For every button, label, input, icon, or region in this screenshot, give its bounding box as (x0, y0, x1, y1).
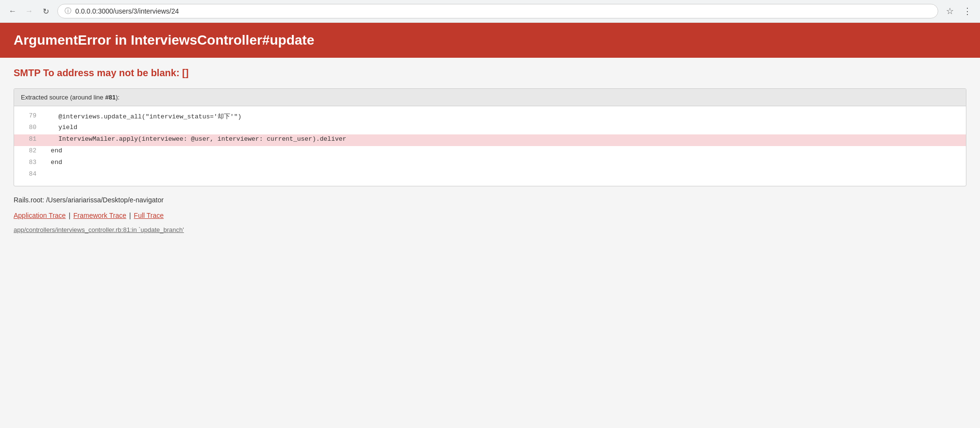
trace-links: Application Trace|Framework Trace|Full T… (14, 212, 966, 219)
line-content: end (43, 146, 966, 158)
source-code: 79 @interviews.update_all("interview_sta… (14, 106, 966, 186)
error-page: ArgumentError in InterviewsController#up… (0, 23, 980, 426)
trace-separator-2: | (129, 212, 131, 219)
address-bar-container: ⓘ (57, 4, 938, 18)
framework-trace-link[interactable]: Framework Trace (73, 212, 126, 219)
source-label-end: ): (116, 94, 119, 101)
line-content: yield (43, 123, 966, 134)
bookmark-button[interactable]: ☆ (943, 4, 957, 18)
code-line: 80 yield (14, 123, 966, 134)
code-line: 83 end (14, 158, 966, 169)
address-bar-input[interactable] (75, 7, 931, 15)
line-number: 82 (14, 146, 43, 158)
error-message: SMTP To address may not be blank: [] (14, 67, 966, 79)
line-content: @interviews.update_all("interview_status… (43, 111, 966, 123)
code-line: 82 end (14, 146, 966, 158)
error-content: SMTP To address may not be blank: [] Ext… (0, 58, 980, 243)
trace-separator-1: | (68, 212, 70, 219)
line-content (43, 169, 966, 181)
line-number: 79 (14, 111, 43, 123)
rails-root: Rails.root: /Users/ariariarissa/Desktop/… (14, 196, 966, 204)
line-content: end (43, 158, 966, 169)
reload-button[interactable]: ↻ (39, 4, 52, 18)
source-container: Extracted source (around line #81): 79 @… (14, 88, 966, 186)
forward-button[interactable]: → (22, 4, 36, 18)
line-content: InterviewMailer.apply(interviewee: @user… (43, 134, 966, 146)
full-trace-link[interactable]: Full Trace (134, 212, 164, 219)
security-icon: ⓘ (65, 7, 71, 16)
source-line-number: #81 (105, 94, 116, 101)
line-number: 84 (14, 169, 43, 181)
code-line: 79 @interviews.update_all("interview_sta… (14, 111, 966, 123)
error-header: ArgumentError in InterviewsController#up… (0, 23, 980, 58)
back-button[interactable]: ← (6, 4, 19, 18)
nav-buttons: ← → ↻ (6, 4, 52, 18)
source-header: Extracted source (around line #81): (14, 89, 966, 106)
line-number: 81 (14, 134, 43, 146)
code-line: 81 InterviewMailer.apply(interviewee: @u… (14, 134, 966, 146)
menu-button[interactable]: ⋮ (961, 4, 974, 18)
application-trace-link[interactable]: Application Trace (14, 212, 66, 219)
trace-file[interactable]: app/controllers/interviews_controller.rb… (14, 226, 966, 233)
line-number: 80 (14, 123, 43, 134)
error-title: ArgumentError in InterviewsController#up… (14, 33, 966, 48)
browser-actions: ☆ ⋮ (943, 4, 974, 18)
browser-chrome: ← → ↻ ⓘ ☆ ⋮ (0, 0, 980, 23)
source-label-text: Extracted source (around line (21, 94, 105, 101)
line-number: 83 (14, 158, 43, 169)
code-line: 84 (14, 169, 966, 181)
